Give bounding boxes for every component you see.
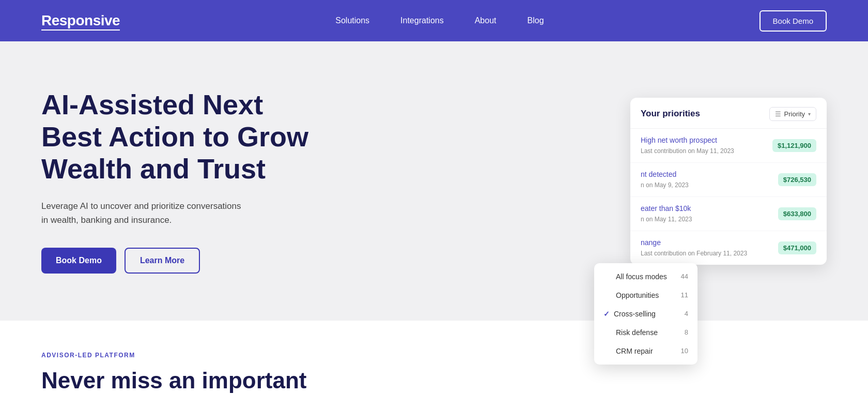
priority-item-link[interactable]: High net worth prospect (641, 136, 734, 144)
dropdown-count: 4 (685, 310, 688, 317)
priority-item-link[interactable]: eater than $10k (641, 204, 692, 213)
hero-buttons: Book Demo Learn More (41, 248, 320, 274)
priority-item-date: n on May 11, 2023 (641, 216, 692, 223)
checkmark-icon: ✓ (603, 310, 610, 318)
hero-book-demo-button[interactable]: Book Demo (41, 248, 116, 274)
below-fold-section: ADVISOR-LED PLATFORM Never miss an impor… (0, 321, 868, 409)
hero-learn-more-button[interactable]: Learn More (125, 248, 200, 274)
dropdown-item-opportunities[interactable]: Opportunities 11 (594, 286, 698, 305)
priority-badge: $726,530 (778, 173, 816, 186)
site-logo[interactable]: Responsive (41, 12, 120, 29)
dropdown-label: All focus modes (616, 272, 667, 281)
priority-badge: $471,000 (778, 241, 816, 254)
dropdown-count: 8 (685, 328, 688, 336)
nav-links: Solutions Integrations About Blog (335, 16, 544, 25)
dropdown-menu: All focus modes 44 Opportunities 11 ✓ Cr… (594, 263, 698, 365)
priority-filter-button[interactable]: ☰ Priority ▾ (769, 107, 816, 121)
nav-integrations[interactable]: Integrations (400, 16, 444, 25)
nav-about[interactable]: About (475, 16, 497, 25)
priority-item: nt detected n on May 9, 2023 $726,530 (630, 163, 827, 197)
nav-blog[interactable]: Blog (528, 16, 544, 25)
navbar: Responsive Solutions Integrations About … (0, 0, 868, 41)
priorities-card: Your priorities ☰ Priority ▾ High net wo… (630, 98, 827, 265)
dropdown-item-crm-repair[interactable]: CRM repair 10 (594, 342, 698, 360)
dropdown-label: Risk defense (616, 328, 658, 337)
priority-item-date: Last contribution on February 11, 2023 (641, 250, 747, 257)
priority-badge: $633,800 (778, 207, 816, 220)
priority-filter-label: Priority (784, 110, 805, 118)
chevron-down-icon: ▾ (808, 111, 811, 117)
section-tag: ADVISOR-LED PLATFORM (41, 352, 827, 359)
filter-icon: ☰ (775, 110, 781, 118)
priority-item-date: n on May 9, 2023 (641, 181, 689, 189)
section-title: Never miss an important (41, 367, 827, 395)
dropdown-item-risk-defense[interactable]: Risk defense 8 (594, 323, 698, 342)
priority-item-date: Last contribution on May 11, 2023 (641, 147, 734, 155)
nav-solutions[interactable]: Solutions (335, 16, 369, 25)
dropdown-count: 11 (681, 291, 688, 299)
hero-section: AI-Assisted Next Best Action to Grow Wea… (0, 41, 868, 321)
hero-widget: Your priorities ☰ Priority ▾ High net wo… (610, 98, 827, 265)
dropdown-label: CRM repair (616, 347, 653, 355)
priorities-title: Your priorities (641, 109, 700, 119)
priorities-header: Your priorities ☰ Priority ▾ (630, 98, 827, 129)
nav-book-demo-button[interactable]: Book Demo (760, 10, 827, 32)
priority-badge: $1,121,900 (772, 139, 816, 152)
priority-item: High net worth prospect Last contributio… (630, 129, 827, 163)
dropdown-count: 44 (681, 272, 688, 280)
dropdown-label: Opportunities (616, 291, 659, 299)
dropdown-item-cross-selling[interactable]: ✓ Cross-selling 4 (594, 305, 698, 323)
priority-item: nange Last contribution on February 11, … (630, 231, 827, 265)
hero-content: AI-Assisted Next Best Action to Grow Wea… (41, 88, 320, 274)
hero-subtitle: Leverage AI to uncover and prioritize co… (41, 199, 248, 227)
priority-item: eater than $10k n on May 11, 2023 $633,8… (630, 197, 827, 231)
dropdown-item-all-focus-modes[interactable]: All focus modes 44 (594, 267, 698, 286)
dropdown-label: Cross-selling (614, 310, 656, 318)
dropdown-count: 10 (681, 347, 688, 355)
hero-title: AI-Assisted Next Best Action to Grow Wea… (41, 88, 320, 185)
priority-item-link[interactable]: nt detected (641, 170, 689, 178)
priority-item-link[interactable]: nange (641, 238, 747, 247)
